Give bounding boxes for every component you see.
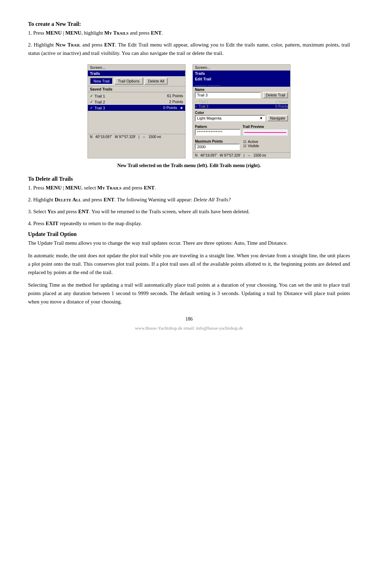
footer: www.Busse-Yachtshop.de email: info@busse… (28, 325, 350, 331)
trail-item: ✓ Trail 1 61 Points (88, 93, 185, 99)
pattern-input[interactable]: *************** (195, 129, 240, 136)
trail-options-button[interactable]: Trail Options (114, 78, 143, 85)
left-trails-header: Trails (88, 71, 185, 76)
name-label: Name (195, 88, 288, 92)
name-field-row: Trail 3 Delete Trail (195, 92, 288, 98)
trails-list: ✓ Trail 1 61 Points ✓ Trail 2 2 Points ✓ (88, 92, 185, 112)
delete-all-button[interactable]: Delete All (145, 78, 168, 85)
para1: The Update Trail menu allows you to chan… (28, 239, 350, 247)
faded-trail3: ✓ Trail 3 0 Points (195, 104, 288, 109)
active-visible-section: ☑ Active ☑ Visible (243, 139, 288, 150)
max-points-label: Maximum Points (195, 139, 240, 143)
navigate-button[interactable]: Navigate (267, 115, 288, 121)
delete-step4: 4. Press EXIT repeatedly to return to th… (28, 219, 350, 228)
main-content: To create a New Trail: 1. Press MENU | M… (28, 21, 350, 331)
magenta-preview-line (244, 132, 286, 133)
para3: Selecting Time as the method for updatin… (28, 281, 350, 306)
max-points-row: Maximum Points 2000 ☑ Active ☑ Visible (195, 139, 288, 150)
trail-item-highlighted: ✓ Trail 3 0 Points ◄ (88, 105, 185, 111)
delete-step3: 3. Select Yes and press ENT. You will be… (28, 207, 350, 216)
saved-trails-label: Saved Trails (88, 86, 185, 92)
step2: 2. Highlight New Trail and press ENT. Th… (28, 41, 350, 57)
new-trail-button[interactable]: New Trail (90, 78, 113, 85)
edit-highlighted-bar: ........... ............ (193, 82, 290, 87)
pattern-preview-row: Pattern *************** Trail Preview (195, 125, 288, 136)
step1: 1. Press MENU | MENU, highlight My Trail… (28, 29, 350, 37)
left-toolbar: New Trail Trail Options Delete All (88, 76, 185, 86)
screenshot-caption: New Trail selected on the Trails menu (l… (28, 162, 350, 170)
name-section: Name Trail 3 Delete Trail ✓ Trail 2 2 Po… (193, 87, 290, 110)
right-trails-header: Trails (193, 71, 290, 76)
right-screenshot: Screen... Trails Edit Trail ........... … (192, 64, 290, 158)
edit-trail-header: Edit Trail (193, 76, 290, 82)
active-label: Active (248, 139, 258, 144)
para2: In automatic mode, the unit does not upd… (28, 251, 350, 277)
delete-step1: 1. Press MENU | MENU, select My Trails a… (28, 184, 350, 192)
active-checkbox-row: ☑ Active (243, 139, 288, 144)
trail-item: ✓ Trail 2 2 Points (88, 99, 185, 105)
color-select[interactable]: Light Magenta ▼ (195, 115, 265, 121)
left-screenshot: Screen... Trails New Trail Trail Options… (88, 64, 186, 158)
trail-preview-subsection: Trail Preview (243, 125, 288, 136)
left-coords-bar: N 40°19.097' W 97°57.329' | ↔ 1500 mi (88, 134, 185, 139)
color-select-row: Light Magenta ▼ Navigate (195, 115, 288, 121)
right-screen-title: Screen... (193, 65, 290, 71)
empty-space (88, 112, 185, 132)
page-number: 186 (28, 316, 350, 322)
trail-preview-line (243, 129, 288, 136)
preview-label: Trail Preview (243, 125, 288, 129)
color-label: Color (195, 111, 288, 115)
color-section: Color Light Magenta ▼ Navigate (193, 110, 290, 124)
pattern-section: Pattern *************** Trail Preview (193, 124, 290, 138)
delete-step2: 2. Highlight Delete All and press ENT. T… (28, 195, 350, 204)
max-points-left: Maximum Points 2000 (195, 139, 240, 150)
left-screen-title: Screen... (88, 65, 185, 71)
heading-delete-trails: To Delete all Trails (28, 176, 350, 182)
visible-label: Visible (248, 144, 259, 148)
screenshots-row: Screen... Trails New Trail Trail Options… (28, 64, 350, 158)
right-coords-bar: N 40°19.097' W 97°57.329' | ↔ 1500 mi (193, 152, 290, 158)
heading-create-trail: To create a New Trail: (28, 21, 350, 27)
trail-name-input[interactable]: Trail 3 (195, 92, 261, 98)
max-points-section: Maximum Points 2000 ☑ Active ☑ Visible (193, 138, 290, 151)
pattern-subsection: Pattern *************** (195, 125, 240, 136)
max-points-input[interactable]: 2000 (195, 144, 240, 150)
delete-trail-button[interactable]: Delete Trail (263, 92, 288, 98)
pattern-label: Pattern (195, 125, 240, 129)
visible-checkbox-row: ☑ Visible (243, 144, 288, 148)
heading-update-trail: Update Trail Option (28, 231, 350, 237)
faded-trail2: ✓ Trail 2 2 Points (195, 100, 288, 104)
